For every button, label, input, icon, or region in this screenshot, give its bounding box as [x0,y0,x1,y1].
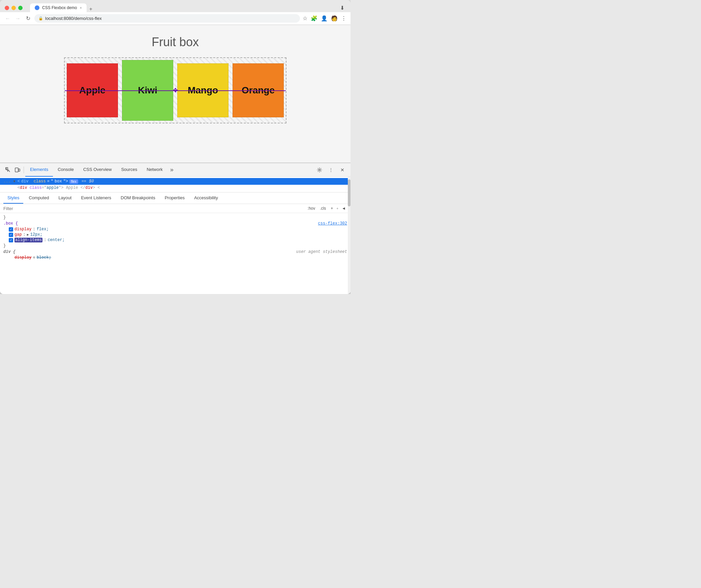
css-rule-box-header: .box { css-flex:302 [0,220,350,227]
div-display-value: block; [37,255,51,260]
devtools-body: ... ▼ < div class = " box "> flex == $0 [0,177,350,294]
page-content: Fruit box Apple Kiwi ✥ Mango Orange [0,25,350,163]
tab-title: CSS Flexbox demo [42,5,77,10]
colon3: : [44,238,46,242]
url-text: localhost:8080/demo/css-flex [45,16,102,21]
dom-triangle: ▼ [13,180,16,183]
css-rule-box: .box { css-flex:302 display : flex; gap [0,220,350,249]
devtools-right-icons: ⋮ ✕ [315,165,347,175]
display-checkbox[interactable] [9,227,13,232]
devtools-scrollbar-thumb[interactable] [348,179,350,206]
settings-button[interactable] [315,165,324,175]
flex-demo-container: Apple Kiwi ✥ Mango Orange [64,57,286,123]
filter-input[interactable] [3,206,304,211]
tab-close-button[interactable]: × [80,6,82,10]
tab-layout[interactable]: Layout [54,193,75,204]
dom-panel: ... ▼ < div class = " box "> flex == $0 [0,177,350,193]
menu-icon[interactable]: ⋮ [341,15,346,22]
address-right-icons: ☆ 🧩 👤 🧑 ⋮ [303,15,346,22]
more-tabs-button[interactable]: » [167,166,176,173]
add-style-button[interactable]: + [329,205,334,211]
tab-styles[interactable]: Styles [3,193,23,204]
new-tab-button[interactable]: + [87,6,95,12]
dom-row-sub: <div class="apple"> Apple </div> < [0,185,350,191]
dom-row-box[interactable]: ... ▼ < div class = " box "> flex == $0 [0,178,350,185]
css-prop-display-div: display : block; [0,255,350,260]
device-toolbar-button[interactable] [13,165,22,175]
active-tab[interactable]: CSS Flexbox demo × [30,3,87,12]
toolbar-separator [24,167,24,173]
filter-actions: :hov .cls + + ◄ [306,205,347,211]
security-icon: 🔒 [38,16,43,21]
avatar-icon[interactable]: 🧑 [331,15,338,22]
back-button[interactable]: ← [4,16,11,22]
gap-value: 12px; [30,232,42,237]
devtools-scrollbar[interactable] [348,177,350,294]
css-prop-align-items: align-items : center; [0,237,350,243]
div-display-prop: display [14,255,31,260]
display-value: flex; [37,227,49,232]
account-icon[interactable]: 👤 [321,15,328,22]
extensions-icon[interactable]: 🧩 [311,15,317,22]
forward-button[interactable]: → [14,16,22,22]
devtools-toolbar: Elements Console CSS Overview Sources Ne… [0,163,350,177]
box-closing-brace: } [3,243,6,248]
tab-console[interactable]: Console [53,163,79,177]
collapse-button[interactable]: ◄ [340,205,347,211]
bookmark-icon[interactable]: ☆ [303,15,307,22]
hov-button[interactable]: :hov [306,205,317,211]
css-rule-div-header: div { user agent stylesheet [0,249,350,255]
more-options-button[interactable]: ⋮ [326,165,336,175]
tab-properties[interactable]: Properties [161,193,189,204]
tab-sources[interactable]: Sources [116,163,142,177]
tab-event-listeners[interactable]: Event Listeners [77,193,115,204]
tab-css-overview[interactable]: CSS Overview [79,163,117,177]
div-colon: : [33,255,35,260]
align-items-prop: align-items [14,238,42,242]
close-devtools-button[interactable]: ✕ [338,165,347,175]
maximize-button[interactable] [18,6,23,10]
fruit-apple: Apple [67,63,118,117]
css-prop-display: display : flex; [0,227,350,232]
dom-equals: = [47,179,50,184]
url-bar[interactable]: 🔒 localhost:8080/demo/css-flex [34,14,300,23]
title-bar: CSS Flexbox demo × + ⬇ [0,0,350,12]
dom-attr-quote2: "> [63,179,68,184]
tab-computed[interactable]: Computed [25,193,53,204]
align-items-value: center; [48,238,64,242]
cls-button[interactable]: .cls [318,205,327,211]
tab-favicon [35,5,39,10]
tab-bar: CSS Flexbox demo × + [30,3,337,12]
dom-attr-name: class [34,179,46,184]
inspect-element-button[interactable] [3,165,13,175]
colon2: : [23,232,26,237]
tab-network[interactable]: Network [142,163,167,177]
filter-bar: :hov .cls + + ◄ [0,204,350,213]
css-rule-empty: } [0,214,350,220]
dom-element-name: div [21,179,29,184]
minimize-button[interactable] [11,6,16,10]
close-button[interactable] [5,6,9,10]
flex-badge: flex [69,179,78,184]
closing-brace: } [3,215,6,220]
tab-dom-breakpoints[interactable]: DOM Breakpoints [117,193,159,204]
fruit-kiwi: Kiwi [122,60,173,121]
fruit-orange: Orange [233,63,284,117]
css-rule-div: div { user agent stylesheet display : bl… [0,249,350,260]
styles-tabs: Styles Computed Layout Event Listeners D… [0,193,350,204]
tab-elements[interactable]: Elements [25,163,53,177]
svg-rect-1 [15,168,18,172]
gap-checkbox[interactable] [9,233,13,237]
align-items-checkbox[interactable] [9,238,13,242]
page-title: Fruit box [152,35,199,49]
address-bar: ← → ↻ 🔒 localhost:8080/demo/css-flex ☆ 🧩… [0,12,350,25]
reload-button[interactable]: ↻ [24,15,32,22]
dom-space [30,179,32,184]
fruit-mango: Mango [177,63,228,117]
css-source-link[interactable]: css-flex:302 [318,221,347,226]
dom-dollar0: $0 [89,179,94,184]
tab-accessibility[interactable]: Accessibility [190,193,222,204]
gap-indicator-icon: ✥ [173,87,178,94]
div-selector: div { [3,249,16,254]
gap-arrow: ▶ [27,233,29,237]
